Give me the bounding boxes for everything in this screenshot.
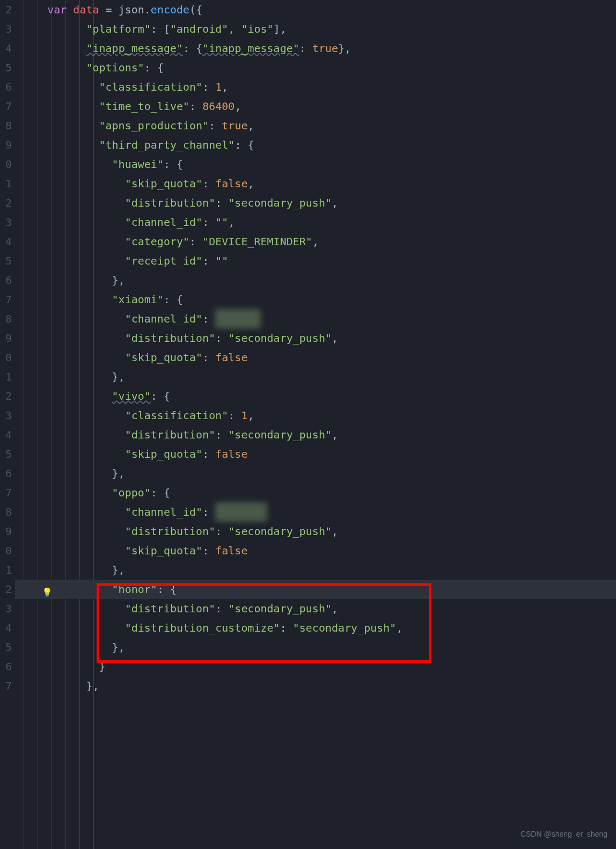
code-line[interactable]: "skip_quota": false — [15, 348, 616, 367]
line-number: 5 — [0, 444, 12, 464]
code-line[interactable]: }, — [15, 270, 616, 290]
code-line[interactable]: "distribution": "secondary_push", — [15, 522, 616, 541]
code-line[interactable]: }, — [15, 676, 616, 696]
code-line[interactable]: "distribution": "secondary_push", — [15, 328, 616, 348]
line-number: 5 — [0, 251, 12, 270]
line-number: 9 — [0, 328, 12, 348]
line-number: 3 — [0, 19, 12, 39]
line-number: 5 — [0, 638, 12, 657]
code-line[interactable]: "channel_id": xxxxxxxx — [15, 502, 616, 522]
watermark-text: CSDN @sheng_er_sheng — [520, 824, 607, 844]
line-number: 0 — [0, 348, 12, 367]
line-number: 6 — [0, 464, 12, 483]
code-line[interactable]: }, — [15, 367, 616, 386]
line-number: 2 — [0, 193, 12, 213]
line-number: 8 — [0, 116, 12, 135]
code-line[interactable]: }, — [15, 560, 616, 580]
line-number: 1 — [0, 560, 12, 580]
code-line[interactable]: "oppo": { — [15, 483, 616, 502]
line-number: 5 — [0, 58, 12, 77]
line-number: 7 — [0, 290, 12, 309]
line-number: 7 — [0, 676, 12, 696]
line-number-gutter: 234567890123456789012345678901234567 — [0, 0, 15, 849]
line-number: 9 — [0, 135, 12, 155]
code-content[interactable]: var data = json.encode({ "platform": ["a… — [15, 0, 616, 849]
code-line[interactable]: "time_to_live": 86400, — [15, 97, 616, 116]
line-number: 1 — [0, 174, 12, 193]
code-line[interactable]: "skip_quota": false — [15, 444, 616, 464]
code-line[interactable]: "classification": 1, — [15, 406, 616, 425]
line-number: 2 — [0, 386, 12, 406]
line-number: 3 — [0, 406, 12, 425]
line-number: 2 — [0, 580, 12, 599]
line-number: 8 — [0, 309, 12, 328]
code-line[interactable]: "classification": 1, — [15, 77, 616, 97]
code-line[interactable]: }, — [15, 638, 616, 657]
line-number: 6 — [0, 270, 12, 290]
code-line[interactable]: "inapp_message": {"inapp_message": true}… — [15, 39, 616, 58]
line-number: 0 — [0, 541, 12, 560]
code-line[interactable]: "distribution": "secondary_push", — [15, 193, 616, 213]
code-line[interactable]: "xiaomi": { — [15, 290, 616, 309]
code-line[interactable]: "channel_id": xxxxxxx — [15, 309, 616, 328]
line-number: 8 — [0, 502, 12, 522]
code-line[interactable]: "skip_quota": false — [15, 541, 616, 560]
line-number: 7 — [0, 97, 12, 116]
line-number: 3 — [0, 599, 12, 618]
code-line[interactable]: "category": "DEVICE_REMINDER", — [15, 232, 616, 251]
line-number: 3 — [0, 213, 12, 232]
code-line[interactable]: "vivo": { — [15, 386, 616, 406]
line-number: 4 — [0, 425, 12, 444]
code-line[interactable]: "distribution": "secondary_push", — [15, 599, 616, 618]
code-line[interactable]: "honor": { — [15, 580, 616, 599]
code-editor[interactable]: 234567890123456789012345678901234567 var… — [0, 0, 616, 849]
code-line[interactable]: } — [15, 657, 616, 676]
code-line[interactable]: "receipt_id": "" — [15, 251, 616, 270]
code-line[interactable]: "distribution": "secondary_push", — [15, 425, 616, 444]
code-line[interactable]: "channel_id": "", — [15, 213, 616, 232]
line-number: 2 — [0, 0, 12, 19]
line-number: 1 — [0, 367, 12, 386]
code-line[interactable]: "platform": ["android", "ios"], — [15, 19, 616, 39]
code-line[interactable]: "distribution_customize": "secondary_pus… — [15, 618, 616, 638]
line-number: 4 — [0, 39, 12, 58]
code-line[interactable]: "huawei": { — [15, 155, 616, 174]
line-number: 6 — [0, 77, 12, 97]
redacted-value: xxxxxxx — [215, 309, 260, 328]
code-line[interactable]: "third_party_channel": { — [15, 135, 616, 155]
line-number: 4 — [0, 232, 12, 251]
code-line[interactable]: var data = json.encode({ — [15, 0, 616, 19]
code-line[interactable]: "skip_quota": false, — [15, 174, 616, 193]
redacted-value: xxxxxxxx — [215, 502, 267, 522]
code-line[interactable]: "apns_production": true, — [15, 116, 616, 135]
line-number: 7 — [0, 483, 12, 502]
line-number: 0 — [0, 155, 12, 174]
line-number: 6 — [0, 657, 12, 676]
line-number: 9 — [0, 522, 12, 541]
code-line[interactable]: "options": { — [15, 58, 616, 77]
line-number: 4 — [0, 618, 12, 638]
lightbulb-icon[interactable]: 💡 — [42, 583, 53, 602]
code-line[interactable]: }, — [15, 464, 616, 483]
